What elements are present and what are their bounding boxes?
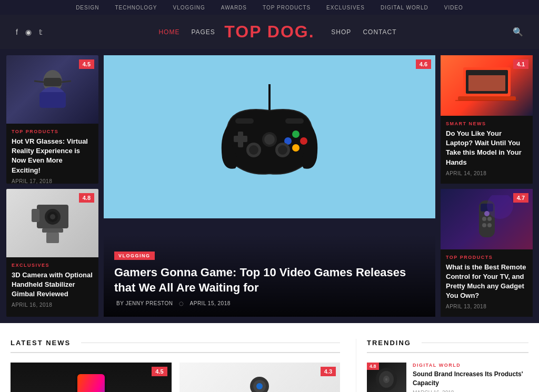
hero-card-vr[interactable]: Top Products Hot VR Glasses: Virtual Rea… [6, 55, 98, 184]
svg-point-36 [487, 217, 492, 221]
svg-point-22 [249, 145, 258, 155]
remote-card-info: Top Products What is the Best Remote Con… [441, 249, 533, 314]
nav-video[interactable]: Video [444, 5, 463, 11]
svg-point-47 [256, 383, 263, 389]
phone-image [11, 363, 172, 392]
bottom-section: Latest News [0, 323, 539, 392]
top-navigation: Design Technology Vlogging Awards Top Pr… [0, 0, 539, 15]
vr-category: Top Products [12, 129, 93, 134]
trending-item-speaker[interactable]: 4.8 Digital World Sound Brand Increases … [367, 363, 528, 392]
camera-date: April 16, 2018 [12, 302, 93, 308]
facebook-icon[interactable]: f [16, 28, 18, 36]
camera-card-info: Exclusives 3D Camera with Optional Handh… [6, 257, 98, 313]
main-header: f ◉ 𝕥 Home Pages TOP DOG. Shop Contact 🔍 [0, 15, 539, 49]
nav-vlogging[interactable]: Vlogging [173, 5, 205, 11]
svg-point-16 [300, 137, 307, 145]
instagram-icon[interactable]: ◉ [25, 28, 32, 36]
camera-title: 3D Camera with Optional Handheld Stabili… [12, 270, 93, 299]
nav-home[interactable]: Home [158, 28, 179, 36]
trending-title: Trending [367, 339, 528, 353]
phone-rating-badge: 4.5 [152, 367, 167, 376]
vr-title: Hot VR Glasses: Virtual Reality Experien… [12, 137, 93, 175]
svg-point-52 [385, 378, 387, 381]
laptop-card-info: Smart News Do You Like Your Laptop? Wait… [441, 116, 533, 180]
speaker-category: Digital World [413, 363, 528, 368]
speaker-thumb: 4.8 [367, 363, 406, 392]
nav-digital-world[interactable]: Digital World [381, 5, 428, 11]
svg-point-24 [278, 145, 287, 155]
svg-rect-31 [468, 75, 505, 91]
nav-top-products[interactable]: Top Products [263, 5, 311, 11]
remote-category: Top Products [446, 255, 527, 260]
hero-card-laptop[interactable]: Smart News Do You Like Your Laptop? Wait… [441, 55, 533, 184]
speaker-title: Sound Brand Increases Its Products' Capa… [413, 370, 528, 388]
camera-category: Exclusives [12, 263, 93, 268]
svg-rect-30 [458, 96, 516, 100]
twitter-icon[interactable]: 𝕥 [39, 28, 43, 36]
header-nav-left: Home Pages [158, 28, 215, 36]
nav-exclusives[interactable]: Exclusives [326, 5, 365, 11]
laptop-rating: 4.1 [513, 59, 528, 69]
svg-rect-12 [46, 233, 59, 243]
speaker-date: March 16, 2018 [413, 390, 528, 392]
header-nav-right: Shop Contact [331, 28, 396, 36]
center-title: Gamers Gonna Game: Top 10 Video Games Re… [114, 265, 425, 295]
svg-rect-11 [42, 228, 63, 233]
latest-news-title: Latest News [11, 339, 340, 353]
hero-center-card[interactable]: Vlogging Gamers Gonna Game: Top 10 Video… [104, 55, 435, 317]
svg-line-3 [62, 81, 71, 82]
nav-design[interactable]: Design [76, 5, 99, 11]
center-author: By Jenny Preston [116, 300, 173, 306]
svg-rect-14 [234, 136, 247, 142]
svg-point-18 [292, 144, 300, 152]
svg-point-15 [292, 130, 300, 138]
speaker-rating: 4.8 [367, 363, 379, 370]
remote-date: April 13, 2018 [446, 304, 527, 309]
svg-point-37 [482, 223, 486, 227]
site-logo[interactable]: TOP DOG. [224, 22, 314, 42]
nav-contact[interactable]: Contact [363, 28, 396, 36]
svg-rect-26 [285, 118, 304, 124]
gadget-rating-badge: 4.3 [321, 367, 336, 376]
latest-card-phone[interactable]: 4.5 [11, 363, 172, 392]
nav-awards[interactable]: Awards [221, 5, 247, 11]
svg-rect-1 [44, 78, 62, 86]
svg-rect-7 [32, 209, 39, 222]
vr-card-info: Top Products Hot VR Glasses: Virtual Rea… [6, 124, 98, 184]
camera-rating: 4.8 [79, 193, 94, 203]
gadget-image [179, 363, 341, 392]
center-category: Vlogging [114, 252, 155, 260]
center-rating: 4.6 [416, 59, 431, 69]
center-meta: By Jenny Preston ◌ April 15, 2018 [114, 300, 425, 306]
svg-line-2 [34, 81, 44, 82]
vr-date: April 17, 2018 [12, 178, 93, 184]
latest-news-section: Latest News [11, 339, 356, 392]
svg-rect-43 [77, 374, 105, 392]
hero-section: Top Products Hot VR Glasses: Virtual Rea… [0, 49, 539, 323]
svg-rect-5 [39, 92, 66, 108]
search-icon[interactable]: 🔍 [513, 27, 523, 37]
svg-point-10 [50, 214, 55, 219]
svg-rect-25 [235, 118, 254, 124]
nav-pages[interactable]: Pages [191, 28, 215, 36]
hero-card-remote[interactable]: Top Products What is the Best Remote Con… [441, 189, 533, 317]
trending-info-speaker: Digital World Sound Brand Increases Its … [413, 363, 528, 392]
latest-card-gadget[interactable]: 4.3 [179, 363, 341, 392]
latest-news-grid: 4.5 4.3 [11, 363, 340, 392]
laptop-title: Do You Like Your Laptop? Wait Until You … [446, 129, 527, 167]
hero-right-column: Smart News Do You Like Your Laptop? Wait… [441, 55, 533, 317]
vr-rating: 4.5 [79, 59, 94, 69]
laptop-category: Smart News [446, 121, 527, 126]
remote-rating: 4.7 [513, 193, 528, 203]
social-links: f ◉ 𝕥 [16, 28, 43, 36]
nav-technology[interactable]: Technology [115, 5, 157, 11]
remote-title: What is the Best Remote Control for Your… [446, 263, 527, 301]
center-date: April 15, 2018 [190, 300, 231, 306]
svg-point-20 [264, 134, 275, 145]
hero-card-camera[interactable]: Exclusives 3D Camera with Optional Handh… [6, 189, 98, 317]
nav-shop[interactable]: Shop [331, 28, 351, 36]
laptop-date: April 14, 2018 [446, 170, 527, 176]
svg-point-35 [482, 217, 486, 221]
center-card-overlay: Vlogging Gamers Gonna Game: Top 10 Video… [104, 234, 435, 317]
controller-image [104, 55, 435, 218]
